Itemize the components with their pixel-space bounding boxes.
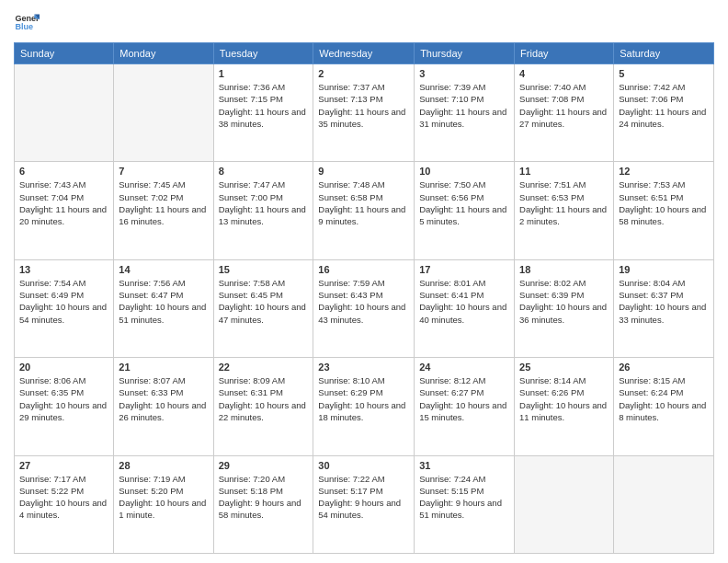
- week-row-1: 6Sunrise: 7:43 AM Sunset: 7:04 PM Daylig…: [15, 162, 714, 259]
- day-info: Sunrise: 8:01 AM Sunset: 6:41 PM Dayligh…: [419, 277, 509, 326]
- calendar-table: SundayMondayTuesdayWednesdayThursdayFrid…: [14, 42, 714, 554]
- calendar-cell: 10Sunrise: 7:50 AM Sunset: 6:56 PM Dayli…: [415, 162, 515, 259]
- day-info: Sunrise: 7:58 AM Sunset: 6:45 PM Dayligh…: [219, 277, 309, 326]
- day-number: 11: [519, 166, 609, 177]
- day-number: 12: [619, 166, 709, 177]
- day-info: Sunrise: 7:43 AM Sunset: 7:04 PM Dayligh…: [19, 178, 108, 227]
- day-info: Sunrise: 7:20 AM Sunset: 5:18 PM Dayligh…: [219, 473, 309, 522]
- day-info: Sunrise: 8:10 AM Sunset: 6:29 PM Dayligh…: [318, 374, 409, 423]
- day-number: 14: [119, 264, 208, 275]
- week-row-2: 13Sunrise: 7:54 AM Sunset: 6:49 PM Dayli…: [15, 259, 714, 357]
- day-info: Sunrise: 8:15 AM Sunset: 6:24 PM Dayligh…: [619, 374, 709, 423]
- day-info: Sunrise: 7:24 AM Sunset: 5:15 PM Dayligh…: [419, 473, 509, 522]
- day-info: Sunrise: 7:40 AM Sunset: 7:08 PM Dayligh…: [519, 81, 609, 130]
- calendar-cell: 30Sunrise: 7:22 AM Sunset: 5:17 PM Dayli…: [313, 455, 415, 553]
- calendar-cell: 25Sunrise: 8:14 AM Sunset: 6:26 PM Dayli…: [515, 358, 614, 455]
- day-number: 28: [119, 460, 208, 471]
- calendar-cell: [114, 64, 213, 162]
- day-number: 13: [19, 264, 108, 275]
- day-number: 24: [419, 362, 509, 373]
- day-info: Sunrise: 7:42 AM Sunset: 7:06 PM Dayligh…: [619, 81, 709, 130]
- calendar-cell: 15Sunrise: 7:58 AM Sunset: 6:45 PM Dayli…: [213, 259, 313, 357]
- day-number: 23: [318, 362, 409, 373]
- day-number: 1: [219, 68, 309, 79]
- calendar-header-monday: Monday: [114, 43, 213, 64]
- day-number: 7: [119, 166, 208, 177]
- day-number: 9: [318, 166, 409, 177]
- day-number: 29: [219, 460, 309, 471]
- day-info: Sunrise: 8:02 AM Sunset: 6:39 PM Dayligh…: [519, 277, 609, 326]
- day-info: Sunrise: 7:45 AM Sunset: 7:02 PM Dayligh…: [119, 178, 208, 227]
- calendar-cell: 23Sunrise: 8:10 AM Sunset: 6:29 PM Dayli…: [313, 358, 415, 455]
- day-info: Sunrise: 8:12 AM Sunset: 6:27 PM Dayligh…: [419, 374, 509, 423]
- day-info: Sunrise: 7:19 AM Sunset: 5:20 PM Dayligh…: [119, 473, 208, 522]
- logo-icon: General Blue: [14, 9, 40, 35]
- day-info: Sunrise: 7:50 AM Sunset: 6:56 PM Dayligh…: [419, 178, 509, 227]
- day-number: 20: [19, 362, 108, 373]
- day-number: 19: [619, 264, 709, 275]
- day-number: 22: [219, 362, 309, 373]
- calendar-cell: 5Sunrise: 7:42 AM Sunset: 7:06 PM Daylig…: [614, 64, 714, 162]
- day-number: 6: [19, 166, 108, 177]
- calendar-cell: 29Sunrise: 7:20 AM Sunset: 5:18 PM Dayli…: [213, 455, 313, 553]
- calendar-cell: 16Sunrise: 7:59 AM Sunset: 6:43 PM Dayli…: [313, 259, 415, 357]
- week-row-3: 20Sunrise: 8:06 AM Sunset: 6:35 PM Dayli…: [15, 358, 714, 455]
- day-number: 5: [619, 68, 709, 79]
- day-info: Sunrise: 7:17 AM Sunset: 5:22 PM Dayligh…: [19, 473, 108, 522]
- week-row-4: 27Sunrise: 7:17 AM Sunset: 5:22 PM Dayli…: [15, 455, 714, 553]
- calendar-cell: 4Sunrise: 7:40 AM Sunset: 7:08 PM Daylig…: [515, 64, 614, 162]
- calendar-cell: 31Sunrise: 7:24 AM Sunset: 5:15 PM Dayli…: [415, 455, 515, 553]
- calendar-cell: 2Sunrise: 7:37 AM Sunset: 7:13 PM Daylig…: [313, 64, 415, 162]
- day-number: 26: [619, 362, 709, 373]
- week-row-0: 1Sunrise: 7:36 AM Sunset: 7:15 PM Daylig…: [15, 64, 714, 162]
- calendar-header-row: SundayMondayTuesdayWednesdayThursdayFrid…: [15, 43, 714, 64]
- svg-text:Blue: Blue: [15, 22, 33, 31]
- day-number: 21: [119, 362, 208, 373]
- page: General Blue SundayMondayTuesdayWednesda…: [0, 0, 728, 563]
- calendar-cell: 6Sunrise: 7:43 AM Sunset: 7:04 PM Daylig…: [15, 162, 114, 259]
- day-info: Sunrise: 7:39 AM Sunset: 7:10 PM Dayligh…: [419, 81, 509, 130]
- day-info: Sunrise: 7:37 AM Sunset: 7:13 PM Dayligh…: [318, 81, 409, 130]
- calendar-cell: 7Sunrise: 7:45 AM Sunset: 7:02 PM Daylig…: [114, 162, 213, 259]
- day-number: 2: [318, 68, 409, 79]
- day-number: 31: [419, 460, 509, 471]
- calendar-header-thursday: Thursday: [415, 43, 515, 64]
- calendar-cell: 27Sunrise: 7:17 AM Sunset: 5:22 PM Dayli…: [15, 455, 114, 553]
- calendar-cell: 24Sunrise: 8:12 AM Sunset: 6:27 PM Dayli…: [415, 358, 515, 455]
- calendar-cell: 21Sunrise: 8:07 AM Sunset: 6:33 PM Dayli…: [114, 358, 213, 455]
- calendar-header-tuesday: Tuesday: [213, 43, 313, 64]
- day-info: Sunrise: 7:53 AM Sunset: 6:51 PM Dayligh…: [619, 178, 709, 227]
- day-info: Sunrise: 8:07 AM Sunset: 6:33 PM Dayligh…: [119, 374, 208, 423]
- header: General Blue: [14, 9, 714, 35]
- day-info: Sunrise: 7:54 AM Sunset: 6:49 PM Dayligh…: [19, 277, 108, 326]
- day-info: Sunrise: 7:48 AM Sunset: 6:58 PM Dayligh…: [318, 178, 409, 227]
- calendar-header-saturday: Saturday: [614, 43, 714, 64]
- day-number: 15: [219, 264, 309, 275]
- calendar-cell: 17Sunrise: 8:01 AM Sunset: 6:41 PM Dayli…: [415, 259, 515, 357]
- day-info: Sunrise: 7:36 AM Sunset: 7:15 PM Dayligh…: [219, 81, 309, 130]
- calendar-cell: 1Sunrise: 7:36 AM Sunset: 7:15 PM Daylig…: [213, 64, 313, 162]
- day-info: Sunrise: 7:51 AM Sunset: 6:53 PM Dayligh…: [519, 178, 609, 227]
- calendar-cell: 9Sunrise: 7:48 AM Sunset: 6:58 PM Daylig…: [313, 162, 415, 259]
- day-info: Sunrise: 8:14 AM Sunset: 6:26 PM Dayligh…: [519, 374, 609, 423]
- day-info: Sunrise: 7:59 AM Sunset: 6:43 PM Dayligh…: [318, 277, 409, 326]
- calendar-cell: 11Sunrise: 7:51 AM Sunset: 6:53 PM Dayli…: [515, 162, 614, 259]
- calendar-header-wednesday: Wednesday: [313, 43, 415, 64]
- calendar-cell: 19Sunrise: 8:04 AM Sunset: 6:37 PM Dayli…: [614, 259, 714, 357]
- calendar-cell: 28Sunrise: 7:19 AM Sunset: 5:20 PM Dayli…: [114, 455, 213, 553]
- calendar-cell: 12Sunrise: 7:53 AM Sunset: 6:51 PM Dayli…: [614, 162, 714, 259]
- day-number: 4: [519, 68, 609, 79]
- calendar-header-friday: Friday: [515, 43, 614, 64]
- day-number: 25: [519, 362, 609, 373]
- logo: General Blue: [14, 9, 40, 35]
- calendar-cell: 20Sunrise: 8:06 AM Sunset: 6:35 PM Dayli…: [15, 358, 114, 455]
- calendar-cell: 22Sunrise: 8:09 AM Sunset: 6:31 PM Dayli…: [213, 358, 313, 455]
- day-info: Sunrise: 8:04 AM Sunset: 6:37 PM Dayligh…: [619, 277, 709, 326]
- calendar-cell: 18Sunrise: 8:02 AM Sunset: 6:39 PM Dayli…: [515, 259, 614, 357]
- day-info: Sunrise: 7:56 AM Sunset: 6:47 PM Dayligh…: [119, 277, 208, 326]
- day-number: 30: [318, 460, 409, 471]
- day-number: 27: [19, 460, 108, 471]
- day-number: 8: [219, 166, 309, 177]
- calendar-cell: [614, 455, 714, 553]
- calendar-cell: 14Sunrise: 7:56 AM Sunset: 6:47 PM Dayli…: [114, 259, 213, 357]
